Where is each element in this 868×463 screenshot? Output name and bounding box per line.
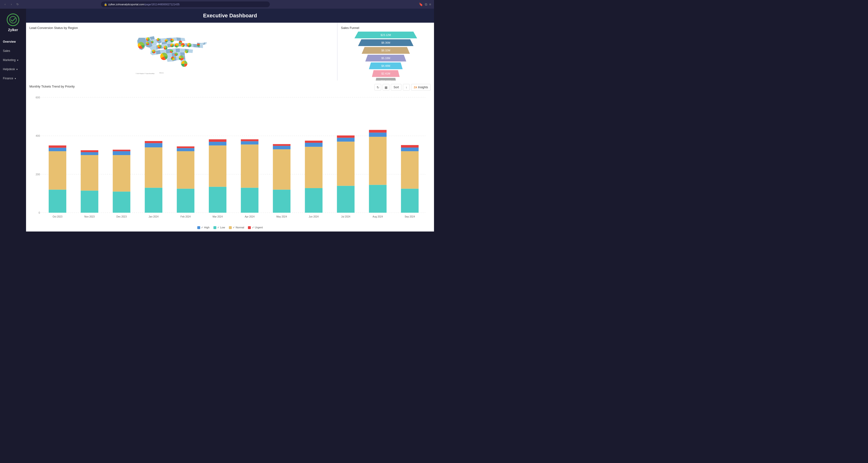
share-button[interactable]: ↑ xyxy=(403,84,410,91)
sidebar-label-helpdesk: Helpdesk xyxy=(3,67,15,71)
funnel-panel: Sales Funnel $23.12M$8.36M$8.32M$5.18M$4… xyxy=(338,23,434,81)
sidebar-label-marketing: Marketing xyxy=(3,58,16,62)
menu-icon[interactable]: ≡ xyxy=(429,2,431,6)
sidebar-brand: Zylker xyxy=(8,28,18,32)
bookmark-icon[interactable]: 🔖 xyxy=(419,2,423,6)
refresh-button[interactable]: ↻ xyxy=(374,84,381,91)
state-south-carolina xyxy=(180,52,185,56)
insights-label: Insights xyxy=(418,86,428,89)
main-content: Executive Dashboard Lead Conversion Stat… xyxy=(26,9,434,232)
pie-georgia xyxy=(179,56,184,60)
chevron-down-icon: ▾ xyxy=(15,77,16,80)
app: Zylker Overview Sales Marketing ▾ Helpde… xyxy=(0,9,434,232)
funnel-bar-4: $4.48M xyxy=(369,62,403,69)
pie-oregon xyxy=(146,37,150,41)
sidebar-item-marketing[interactable]: Marketing ▾ xyxy=(0,56,26,64)
nav-back-button[interactable]: ‹ xyxy=(3,2,7,6)
content-area: Lead Conversion Status by Region xyxy=(26,23,434,232)
bar-chart-wrapper xyxy=(29,93,431,225)
top-row: Lead Conversion Status by Region xyxy=(26,23,434,81)
sidebar: Zylker Overview Sales Marketing ▾ Helpde… xyxy=(0,9,26,232)
chevron-down-icon: ▾ xyxy=(17,68,18,71)
chart-legend: ✓ High✓ Low✓ Normal✓ Urgent xyxy=(197,226,263,229)
state-west-virginia xyxy=(176,49,180,52)
funnel-bar-5: $2.41M xyxy=(372,70,400,77)
chart-controls: ↻ ▦ Sort ↑ ZA Insights xyxy=(374,84,431,91)
funnel-bar-3: $5.18M xyxy=(365,55,406,61)
sidebar-item-overview[interactable]: Overview xyxy=(0,38,26,46)
pie-texas xyxy=(160,53,167,60)
sidebar-logo xyxy=(7,13,19,26)
logo-icon xyxy=(9,16,17,23)
sidebar-nav: Overview Sales Marketing ▾ Helpdesk ▾ Fi… xyxy=(0,38,26,83)
chart-legend-item-high: ✓ High xyxy=(197,226,210,229)
map-panel: Lead Conversion Status by Region xyxy=(26,23,337,81)
pie-mo xyxy=(170,50,173,53)
chart-legend-item-urgent: ✓ Urgent xyxy=(248,226,263,229)
chevron-down-icon: ▾ xyxy=(17,59,18,61)
pie-kansas xyxy=(163,45,167,50)
funnel-panel-title: Sales Funnel xyxy=(341,26,431,30)
dashboard-header: Executive Dashboard xyxy=(26,9,434,23)
sidebar-item-sales[interactable]: Sales xyxy=(0,47,26,55)
pie-iowa xyxy=(170,43,174,47)
bar-chart-canvas xyxy=(29,93,431,225)
state-new-york-s xyxy=(193,44,197,48)
state-virginia xyxy=(180,49,185,52)
url-bar[interactable]: 🔒 zylker.zohoanalyticsportal.com /page/1… xyxy=(101,1,270,7)
pie-mn xyxy=(170,38,174,42)
insights-button[interactable]: ZA Insights xyxy=(411,84,431,91)
url-domain: zylker.zohoanalyticsportal.com xyxy=(108,3,144,6)
svg-text:© 2024 Mapbox  © OpenStreetMap: © 2024 Mapbox © OpenStreetMap xyxy=(136,73,155,74)
state-rhode-island xyxy=(200,44,203,48)
pie-florida xyxy=(181,61,187,67)
funnel-bar-1: $8.36M xyxy=(358,39,413,46)
pie-nevada xyxy=(146,42,149,45)
funnel-bar-0: $23.12M xyxy=(354,32,417,38)
state-new-york-n xyxy=(181,38,185,41)
map-panel-title: Lead Conversion Status by Region xyxy=(29,26,334,30)
funnel-bar-2: $8.32M xyxy=(362,47,410,54)
pie-tennessee xyxy=(175,53,178,56)
funnel-container: $23.12M$8.36M$8.32M$5.18M$4.48M$2.41M$36… xyxy=(341,32,431,85)
pie-colorado xyxy=(157,44,161,49)
nav-refresh-button[interactable]: ↻ xyxy=(16,2,20,6)
sort-button[interactable]: Sort xyxy=(391,84,401,91)
chart-type-button[interactable]: ▦ xyxy=(383,84,390,91)
pie-montana xyxy=(157,38,160,41)
tickets-title: Monthly Tickets Trend by Priority xyxy=(29,85,75,88)
pie-ne xyxy=(197,43,200,47)
state-delaware xyxy=(189,49,193,53)
pie-nc xyxy=(185,50,188,53)
secure-icon: 🔒 xyxy=(104,3,107,6)
tickets-header: Monthly Tickets Trend by Priority ↻ ▦ So… xyxy=(29,84,431,91)
pie-nd xyxy=(165,39,168,42)
state-new-mexico xyxy=(156,50,161,55)
sidebar-item-helpdesk[interactable]: Helpdesk ▾ xyxy=(0,65,26,73)
pie-idaho xyxy=(151,40,153,43)
browser-actions: 🔖 ⧉ ≡ xyxy=(419,2,431,6)
us-map: © 2024 Mapbox © OpenStreetMap Mexico xyxy=(29,32,334,76)
window-icon[interactable]: ⧉ xyxy=(425,2,427,6)
chart-legend-item-low: ✓ Low xyxy=(213,226,225,229)
sidebar-label-sales: Sales xyxy=(3,49,10,53)
sidebar-label-overview: Overview xyxy=(3,40,16,43)
browser-bar: ‹ › ↻ 🔒 zylker.zohoanalyticsportal.com /… xyxy=(0,0,434,9)
pie-illinois xyxy=(175,43,179,48)
sort-label: Sort xyxy=(394,86,399,89)
pie-utah xyxy=(152,50,156,53)
sidebar-label-finance: Finance xyxy=(3,77,13,80)
svg-text:Mexico: Mexico xyxy=(159,72,164,73)
pie-california xyxy=(138,42,145,49)
pie-sc xyxy=(171,56,175,60)
pie-penn xyxy=(187,43,191,47)
state-michigan-upper xyxy=(176,37,181,41)
url-path: /page/1811448000027121435 xyxy=(144,3,180,6)
pie-mi xyxy=(179,40,182,44)
tickets-panel: Monthly Tickets Trend by Priority ↻ ▦ So… xyxy=(26,81,434,232)
dashboard-title: Executive Dashboard xyxy=(30,12,430,19)
sidebar-item-finance[interactable]: Finance ▾ xyxy=(0,74,26,83)
nav-forward-button[interactable]: › xyxy=(9,2,13,6)
chart-legend-item-normal: ✓ Normal xyxy=(229,226,244,229)
